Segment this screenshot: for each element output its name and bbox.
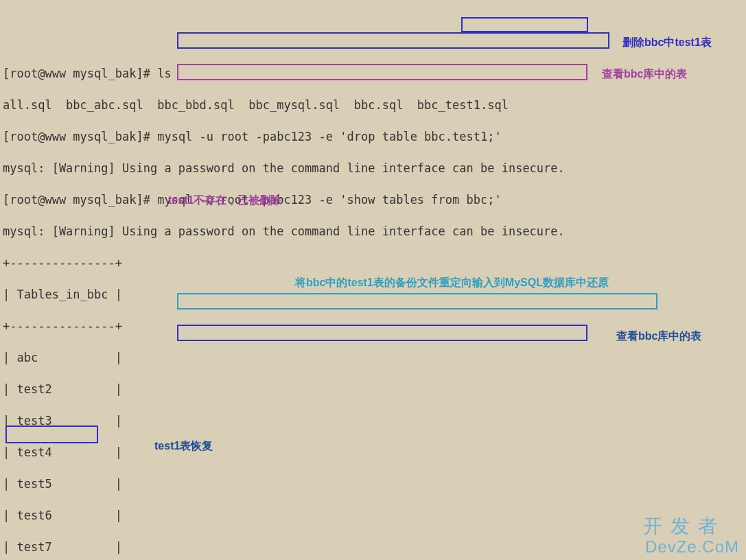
prompt: [root@www mysql_bak]# bbox=[3, 67, 157, 80]
terminal-line: [root@www mysql_bak]# mysql -u root -pab… bbox=[3, 129, 746, 145]
terminal-line: [root@www mysql_bak]# mysql -u root -pab… bbox=[3, 192, 746, 208]
prompt: [root@www mysql_bak]# bbox=[3, 130, 157, 143]
table-row: | test6 | bbox=[3, 508, 746, 524]
table-row: | test5 | bbox=[3, 476, 746, 492]
ls-output: all.sql bbc_abc.sql bbc_bbd.sql bbc_mysq… bbox=[3, 97, 746, 113]
annotation-show-tables-2: 查看bbc库中的表 bbox=[616, 328, 701, 344]
command-drop-table: mysql -u root -pabc123 -e 'drop table bb… bbox=[157, 130, 502, 143]
table-row: | test4 | bbox=[3, 445, 746, 460]
command-ls: ls bbox=[157, 67, 171, 80]
table-border: +---------------+ bbox=[3, 255, 746, 271]
annotation-show-tables-1: 查看bbc库中的表 bbox=[602, 66, 687, 82]
watermark-chinese: 开发者 bbox=[643, 518, 725, 534]
annotation-test1-deleted: test1不存在，已被删除 bbox=[168, 192, 281, 208]
warning-output: mysql: [Warning] Using a password on the… bbox=[3, 161, 746, 176]
table-row: | test3 | bbox=[3, 413, 746, 429]
table-row: | test2 | bbox=[3, 382, 746, 397]
highlight-box-drop-cmd bbox=[177, 32, 609, 49]
table-row: | abc | bbox=[3, 350, 746, 366]
prompt: [root@www mysql_bak]# bbox=[3, 193, 157, 207]
table-row: | test7 | bbox=[3, 539, 746, 555]
annotation-restore: 将bbc中的test1表的备份文件重定向输入到MySQL数据库中还原 bbox=[295, 275, 609, 290]
annotation-test1-restored: test1表恢复 bbox=[154, 438, 213, 454]
warning-output: mysql: [Warning] Using a password on the… bbox=[3, 224, 746, 240]
watermark-devze: DevZe.CoM bbox=[645, 539, 739, 555]
annotation-drop-table: 删除bbc中test1表 bbox=[622, 34, 712, 50]
highlight-box-file bbox=[461, 17, 588, 32]
